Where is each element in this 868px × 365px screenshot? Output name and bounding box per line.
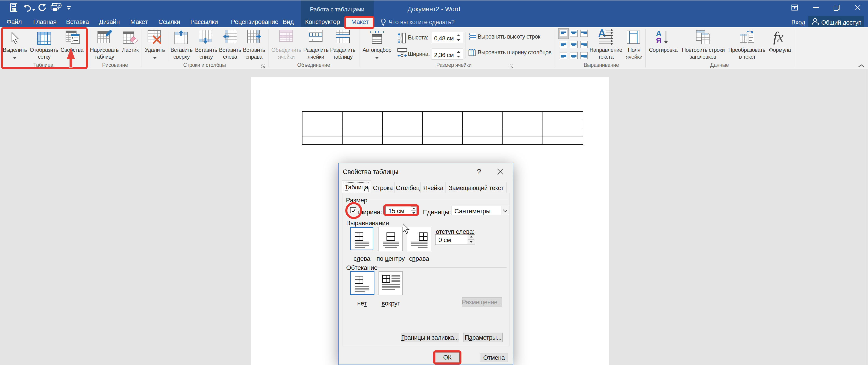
svg-text:Я: Я	[656, 36, 661, 44]
svg-text:A: A	[598, 28, 606, 39]
